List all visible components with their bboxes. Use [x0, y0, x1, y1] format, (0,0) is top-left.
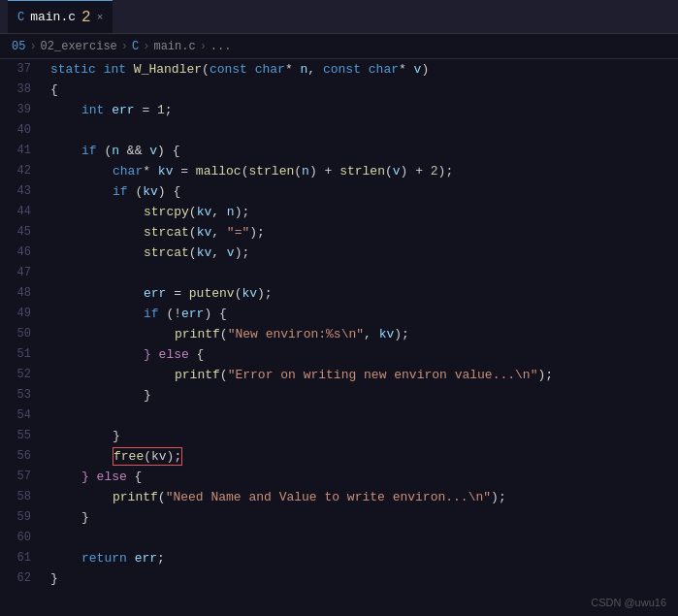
token-kw: char — [369, 62, 399, 77]
token-kw: char — [113, 164, 143, 178]
token-plain: * — [143, 164, 158, 178]
token-plain: ); — [235, 205, 250, 219]
code-line — [50, 120, 678, 141]
code-line — [50, 263, 678, 283]
token-plain: } — [144, 388, 151, 403]
token-plain: , — [364, 327, 379, 341]
token-fn: printf — [175, 327, 220, 341]
token-plain: ( — [128, 184, 144, 199]
line-number: 53 — [0, 385, 31, 405]
token-fn: strcpy — [144, 205, 189, 219]
token-plain: ( — [189, 225, 197, 240]
code-line: char* kv = malloc(strlen(n) + strlen(v) … — [50, 161, 678, 181]
token-plain: = — [173, 164, 195, 178]
token-kw2: } else — [144, 347, 189, 362]
code-line: } else { — [50, 467, 678, 487]
code-line: strcpy(kv, n); — [50, 202, 678, 222]
token-plain: ) + — [401, 164, 431, 178]
token-plain: ( — [158, 490, 166, 504]
token-var: kv — [197, 205, 212, 219]
line-number: 61 — [0, 548, 31, 568]
token-fn: strlen — [248, 164, 294, 178]
token-kw: int — [104, 62, 126, 77]
code-line: } else { — [50, 344, 678, 365]
token-plain: { — [127, 470, 143, 484]
line-number: 43 — [0, 181, 31, 202]
token-var: err — [112, 103, 134, 117]
code-line: if (kv) { — [50, 181, 678, 202]
token-fn: strcat — [144, 245, 189, 260]
token-fn: strcat — [144, 225, 189, 240]
token-plain: ( — [294, 164, 302, 178]
line-numbers-gutter: 3738394041424344454647484950515253545556… — [0, 59, 41, 616]
token-plain: { — [189, 347, 205, 362]
line-number: 52 — [0, 365, 31, 385]
token-plain: ); — [438, 164, 454, 178]
active-tab[interactable]: C main.c 2 × — [8, 0, 113, 33]
code-line: printf("Error on writing new environ val… — [50, 365, 678, 385]
line-number: 48 — [0, 283, 31, 304]
line-number: 40 — [0, 120, 31, 141]
line-number: 47 — [0, 263, 31, 283]
token-plain: ( — [189, 245, 197, 260]
token-plain — [247, 62, 255, 77]
token-plain: } — [81, 510, 89, 525]
token-plain: ( — [189, 205, 197, 219]
token-var: n — [227, 205, 235, 219]
token-plain: { — [50, 82, 58, 97]
token-kw: const — [323, 62, 361, 77]
token-str: "Error on writing new environ value...\n… — [228, 368, 538, 382]
token-fn: malloc — [196, 164, 242, 178]
token-plain: ); — [249, 225, 265, 240]
code-line: int err = 1; — [50, 100, 678, 120]
token-plain — [361, 62, 369, 77]
code-line: } — [50, 385, 678, 405]
token-fn: printf — [175, 368, 220, 382]
token-plain — [126, 62, 134, 77]
tab-modified-indicator: 2 — [81, 10, 91, 25]
code-line: { — [50, 80, 678, 100]
line-number: 51 — [0, 344, 31, 365]
token-var: n — [112, 144, 119, 158]
token-fn: W_Handler — [134, 62, 202, 77]
token-plain: && — [119, 144, 149, 158]
token-var: v — [393, 164, 401, 178]
token-plain: , — [307, 62, 323, 77]
token-var: err — [181, 307, 204, 321]
tab-close-button[interactable]: × — [97, 12, 104, 23]
token-plain: ( — [220, 368, 228, 382]
line-number: 54 — [0, 405, 31, 426]
line-number: 56 — [0, 446, 31, 467]
line-number: 45 — [0, 222, 31, 243]
token-var: v — [149, 144, 157, 158]
tab-filename: main.c — [30, 10, 76, 24]
highlighted-free-call: free(kv); — [113, 447, 182, 466]
token-var: err — [144, 286, 166, 301]
code-line: strcat(kv, "="); — [50, 222, 678, 243]
token-str: "=" — [227, 225, 249, 240]
token-plain: ( — [220, 327, 228, 341]
token-plain: ) { — [157, 144, 179, 158]
code-line: return err; — [50, 548, 678, 568]
line-number: 39 — [0, 100, 31, 120]
code-line: strcat(kv, v); — [50, 243, 678, 263]
code-content: static int W_Handler(const char* n, cons… — [41, 59, 678, 616]
token-plain: , — [211, 205, 227, 219]
token-plain: ); — [257, 286, 273, 301]
token-plain: ; — [165, 103, 173, 117]
token-plain: , — [211, 245, 227, 260]
token-kw: if — [113, 184, 128, 199]
token-plain: = — [166, 286, 188, 301]
token-kw: int — [81, 103, 104, 117]
token-plain: (! — [159, 307, 181, 321]
line-number: 42 — [0, 161, 31, 181]
code-line: if (n && v) { — [50, 141, 678, 161]
token-plain: ); — [537, 368, 553, 382]
line-number: 50 — [0, 324, 31, 344]
token-plain: ) — [421, 62, 429, 77]
token-plain — [96, 62, 104, 77]
token-kw2: } else — [81, 470, 127, 484]
token-kw: const — [210, 62, 247, 77]
tab-bar: C main.c 2 × — [0, 0, 678, 34]
code-line: err = putenv(kv); — [50, 283, 678, 304]
